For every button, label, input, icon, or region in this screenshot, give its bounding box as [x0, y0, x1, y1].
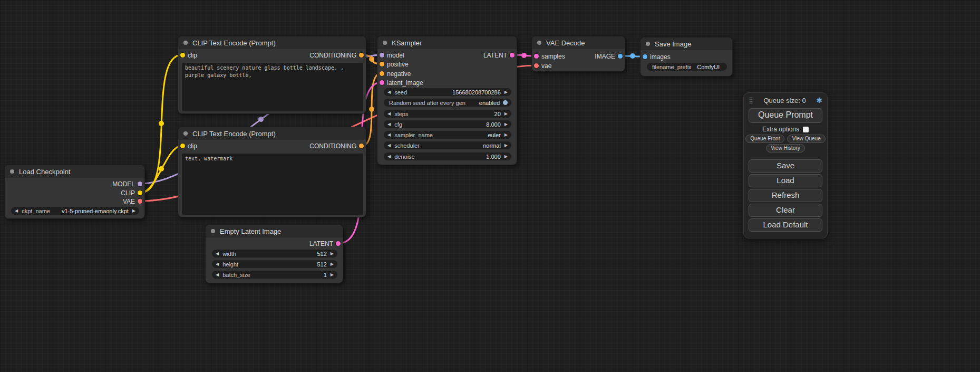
node-title-bar[interactable]: CLIP Text Encode (Prompt): [178, 36, 366, 49]
widget-cfg[interactable]: ◀ cfg 8.000 ▶: [384, 120, 511, 128]
prompt-textarea[interactable]: text, watermark: [182, 154, 363, 215]
decrement-arrow-icon[interactable]: ◀: [387, 133, 391, 137]
node-vae-decode[interactable]: VAE Decode samples IMAGE vae: [531, 36, 625, 72]
increment-arrow-icon[interactable]: ▶: [504, 122, 508, 127]
load-button[interactable]: Load: [749, 174, 822, 187]
increment-arrow-icon[interactable]: ▶: [504, 144, 508, 148]
load-default-button[interactable]: Load Default: [749, 218, 822, 232]
widget-filename-prefix[interactable]: filename_prefix ComfyUI: [647, 63, 727, 71]
increment-arrow-icon[interactable]: ▶: [504, 133, 508, 137]
toggle-indicator-dot[interactable]: [503, 100, 508, 105]
input-slot-latent-image: latent_image: [377, 79, 517, 87]
slot-label-vae: VAE: [123, 197, 135, 206]
node-empty-latent-image[interactable]: Empty Latent Image LATENT ◀ width 512 ▶ …: [205, 224, 343, 283]
widget-scheduler[interactable]: ◀ scheduler normal ▶: [384, 141, 511, 149]
node-save-image[interactable]: Save Image images filename_prefix ComfyU…: [640, 37, 733, 77]
input-dot-vae[interactable]: [534, 63, 539, 68]
view-queue-button[interactable]: View Queue: [787, 135, 825, 143]
node-title-bar[interactable]: Load Checkpoint: [5, 165, 144, 178]
queue-prompt-button[interactable]: Queue Prompt: [749, 108, 822, 123]
node-load-checkpoint[interactable]: Load Checkpoint MODEL CLIP VAE ◀ ckpt_na…: [4, 165, 145, 219]
node-clip-text-encode-positive[interactable]: CLIP Text Encode (Prompt) clip CONDITION…: [178, 36, 366, 114]
output-dot-clip[interactable]: [138, 190, 142, 195]
node-title-bar[interactable]: CLIP Text Encode (Prompt): [178, 127, 366, 140]
clear-button[interactable]: Clear: [749, 204, 822, 217]
decrement-arrow-icon[interactable]: ◀: [216, 252, 219, 256]
extra-options-row: Extra options: [744, 126, 827, 133]
collapse-dot-icon[interactable]: [10, 169, 14, 174]
collapse-dot-icon[interactable]: [183, 41, 188, 45]
node-title: VAE Decode: [546, 39, 585, 47]
collapse-dot-icon[interactable]: [537, 41, 541, 45]
decrement-arrow-icon[interactable]: ◀: [15, 209, 18, 213]
input-dot-clip[interactable]: [180, 53, 185, 58]
output-dot-conditioning[interactable]: [359, 144, 364, 148]
node-title-bar[interactable]: KSampler: [377, 36, 517, 49]
widget-seed[interactable]: ◀ seed 156680208700286 ▶: [384, 88, 511, 96]
node-ksampler[interactable]: KSampler model LATENT positive negative …: [377, 36, 517, 165]
input-dot-samples[interactable]: [534, 54, 539, 59]
save-button[interactable]: Save: [749, 159, 822, 173]
refresh-button[interactable]: Refresh: [749, 189, 822, 202]
settings-gear-icon[interactable]: ✱: [816, 96, 822, 104]
widget-batch-size[interactable]: ◀ batch_size 1 ▶: [212, 271, 337, 279]
increment-arrow-icon[interactable]: ▶: [331, 273, 334, 277]
decrement-arrow-icon[interactable]: ◀: [387, 122, 391, 127]
widget-value: euler: [488, 132, 500, 138]
drag-handle-icon[interactable]: ⣿: [749, 97, 753, 104]
input-dot-clip[interactable]: [180, 144, 185, 148]
input-dot-images[interactable]: [643, 54, 647, 59]
widget-value: 1.000: [486, 154, 501, 160]
decrement-arrow-icon[interactable]: ◀: [387, 155, 391, 159]
queue-front-button[interactable]: Queue Front: [745, 135, 784, 143]
view-history-button[interactable]: View History: [766, 144, 804, 152]
extra-options-checkbox[interactable]: [803, 127, 809, 132]
output-dot-vae[interactable]: [138, 199, 142, 204]
queue-buttons-row: Queue Front View Queue: [744, 135, 827, 143]
collapse-dot-icon[interactable]: [211, 229, 215, 233]
input-dot-model[interactable]: [380, 53, 384, 58]
widget-sampler-name[interactable]: ◀ sampler_name euler ▶: [384, 131, 511, 139]
widget-denoise[interactable]: ◀ denoise 1.000 ▶: [384, 152, 511, 160]
decrement-arrow-icon[interactable]: ◀: [216, 273, 219, 277]
input-slot-images: images: [641, 53, 732, 61]
input-dot-negative[interactable]: [380, 71, 384, 76]
decrement-arrow-icon[interactable]: ◀: [216, 262, 219, 266]
widget-random-seed-toggle[interactable]: Random seed after every gen enabled: [384, 99, 511, 107]
output-dot-image[interactable]: [618, 54, 623, 59]
increment-arrow-icon[interactable]: ▶: [504, 155, 508, 159]
input-slot-vae: vae: [532, 62, 625, 70]
increment-arrow-icon[interactable]: ▶: [132, 209, 135, 213]
collapse-dot-icon[interactable]: [183, 131, 188, 136]
output-dot-latent[interactable]: [336, 241, 341, 246]
widget-value: 8.000: [486, 121, 501, 128]
input-dot-positive[interactable]: [380, 62, 384, 66]
decrement-arrow-icon[interactable]: ◀: [387, 90, 391, 94]
node-title: Load Checkpoint: [19, 168, 71, 176]
node-title-bar[interactable]: VAE Decode: [532, 36, 625, 49]
node-clip-text-encode-negative[interactable]: CLIP Text Encode (Prompt) clip CONDITION…: [178, 127, 366, 217]
node-title-bar[interactable]: Empty Latent Image: [206, 225, 343, 237]
decrement-arrow-icon[interactable]: ◀: [387, 112, 391, 116]
collapse-dot-icon[interactable]: [646, 42, 650, 46]
graph-canvas[interactable]: Load Checkpoint MODEL CLIP VAE ◀ ckpt_na…: [0, 0, 980, 372]
increment-arrow-icon[interactable]: ▶: [504, 112, 508, 116]
output-dot-latent[interactable]: [510, 53, 515, 58]
prompt-textarea[interactable]: beautiful scenery nature glass bottle la…: [182, 63, 363, 111]
widget-width[interactable]: ◀ width 512 ▶: [212, 250, 337, 257]
decrement-arrow-icon[interactable]: ◀: [387, 144, 391, 148]
increment-arrow-icon[interactable]: ▶: [331, 252, 334, 256]
widget-ckpt-name[interactable]: ◀ ckpt_name v1-5-pruned-emaonly.ckpt ▶: [11, 207, 139, 215]
collapse-dot-icon[interactable]: [383, 41, 387, 45]
widget-height[interactable]: ◀ height 512 ▶: [212, 260, 337, 268]
node-title: CLIP Text Encode (Prompt): [192, 39, 276, 47]
increment-arrow-icon[interactable]: ▶: [504, 90, 508, 94]
widget-steps[interactable]: ◀ steps 20 ▶: [384, 110, 511, 118]
output-dot-conditioning[interactable]: [359, 53, 364, 58]
increment-arrow-icon[interactable]: ▶: [331, 262, 334, 266]
wire-midpoint-dot-samples: [521, 53, 527, 58]
slot-row-samples-image: samples IMAGE: [532, 52, 625, 61]
input-dot-latent-image[interactable]: [380, 80, 384, 85]
output-dot-model[interactable]: [138, 182, 142, 186]
node-title-bar[interactable]: Save Image: [641, 37, 732, 50]
